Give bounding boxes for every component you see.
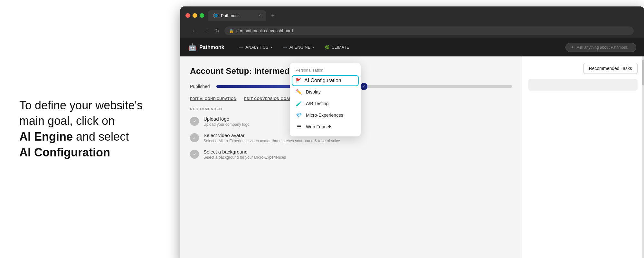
browser-chrome: 🌐 Pathmonk × + ← → ↻ 🔒 crm.pathmonk.com/… <box>180 6 644 38</box>
task-item-video-avatar: ✓ Select video avatar Select a Micro-Exp… <box>190 133 512 143</box>
task-info-upload-logo: Upload logo Upload your company logo <box>204 116 250 127</box>
forward-button[interactable]: → <box>202 27 210 35</box>
lock-icon: 🔒 <box>229 29 234 33</box>
instruction-bold2: AI Configuration <box>19 146 110 159</box>
tab-title: Pathmonk <box>221 13 240 18</box>
progress-bar-container: ✓ <box>216 85 512 88</box>
ask-star-icon: ✦ <box>571 45 574 50</box>
minimize-button[interactable] <box>193 13 197 18</box>
analytics-label: ANALYTICS <box>245 45 268 50</box>
main-content: Account Setup: Intermediate Published ✓ … <box>180 56 644 258</box>
instruction-bold1: AI Engine <box>19 130 73 143</box>
instruction-panel: To define your website's main goal, clic… <box>0 0 180 258</box>
task-item-background: ✓ Select a background Select a backgroun… <box>190 149 512 160</box>
climate-icon: 🌿 <box>324 45 329 50</box>
scroll-thumb <box>642 60 644 85</box>
recommended-label: RECOMMENDED <box>190 107 512 111</box>
browser-window: 🌐 Pathmonk × + ← → ↻ 🔒 crm.pathmonk.com/… <box>180 6 644 258</box>
address-row: ← → ↻ 🔒 crm.pathmonk.com/dashboard <box>185 24 639 38</box>
task-title-upload-logo: Upload logo <box>204 116 250 122</box>
ai-engine-chevron-icon: ▾ <box>312 45 314 49</box>
app-logo[interactable]: 🤖 Pathmonk <box>188 43 224 52</box>
ask-bar[interactable]: ✦ Ask anything about Pathmonk <box>565 43 636 52</box>
app-navbar: 🤖 Pathmonk 〰️ ANALYTICS ▾ 〰️ AI ENGINE ▾… <box>180 38 644 56</box>
new-tab-button[interactable]: + <box>269 11 277 20</box>
task-check-video-avatar: ✓ <box>190 133 199 142</box>
task-desc-upload-logo: Upload your company logo <box>204 122 250 127</box>
task-desc-video-avatar: Select a Micro-Experience video avatar t… <box>204 139 340 143</box>
task-item-upload-logo: ✓ Upload logo Upload your company logo <box>190 116 512 127</box>
tab-favicon: 🌐 <box>213 13 218 18</box>
traffic-lights <box>185 13 204 18</box>
task-check-upload-logo: ✓ <box>190 117 199 126</box>
edit-conversion-goals-link[interactable]: EDIT CONVERSION GOALS <box>244 97 294 101</box>
ai-engine-label: AI ENGINE <box>289 45 311 50</box>
browser-titlebar: 🌐 Pathmonk × + <box>185 10 639 21</box>
close-button[interactable] <box>185 13 190 18</box>
nav-links: 〰️ ANALYTICS ▾ 〰️ AI ENGINE ▾ 🌿 CLIMATE <box>234 43 555 52</box>
task-title-background: Select a background <box>204 149 286 154</box>
back-button[interactable]: ← <box>191 27 198 35</box>
analytics-nav-link[interactable]: 〰️ ANALYTICS ▾ <box>234 43 276 52</box>
progress-check-icon: ✓ <box>360 83 367 90</box>
climate-label: CLIMATE <box>331 45 349 50</box>
progress-bar-fill: ✓ <box>216 85 364 88</box>
task-title-video-avatar: Select video avatar <box>204 133 340 138</box>
refresh-button[interactable]: ↻ <box>214 26 221 35</box>
app-logo-text: Pathmonk <box>199 45 224 50</box>
action-links: EDIT AI CONFIGURATION EDIT CONVERSION GO… <box>190 97 512 101</box>
right-search-bar[interactable] <box>528 79 638 91</box>
address-bar[interactable]: 🔒 crm.pathmonk.com/dashboard <box>224 26 634 35</box>
recommended-tasks-button[interactable]: Recommended Tasks <box>583 63 638 74</box>
task-check-background: ✓ <box>190 150 199 159</box>
ai-engine-icon: 〰️ <box>282 45 288 50</box>
progress-label: Published <box>190 84 210 89</box>
instruction-line3: and select <box>73 130 129 143</box>
tab-bar: 🌐 Pathmonk × + <box>208 10 277 21</box>
ai-engine-nav-link[interactable]: 〰️ AI ENGINE ▾ <box>279 43 318 52</box>
progress-section: Published ✓ <box>190 84 512 89</box>
pathmonk-logo-icon: 🤖 <box>188 43 197 52</box>
content-panel: Account Setup: Intermediate Published ✓ … <box>180 56 522 258</box>
ask-placeholder: Ask anything about Pathmonk <box>577 45 628 50</box>
instruction-line1: To define your website's <box>19 99 143 112</box>
task-info-background: Select a background Select a background … <box>204 149 286 160</box>
edit-ai-config-link[interactable]: EDIT AI CONFIGURATION <box>190 97 236 101</box>
maximize-button[interactable] <box>200 13 204 18</box>
tab-close-icon[interactable]: × <box>259 13 261 18</box>
analytics-chevron-icon: ▾ <box>270 45 272 49</box>
right-panel: Recommended Tasks <box>522 56 644 258</box>
analytics-icon: 〰️ <box>238 45 243 50</box>
task-desc-background: Select a background for your Micro-Exper… <box>204 155 286 160</box>
instruction-line2: main goal, click on <box>19 114 115 127</box>
scroll-indicator[interactable] <box>642 56 644 258</box>
browser-tab-pathmonk[interactable]: 🌐 Pathmonk × <box>208 10 266 21</box>
instruction-text: To define your website's main goal, clic… <box>19 98 143 160</box>
climate-nav-link[interactable]: 🌿 CLIMATE <box>320 43 353 52</box>
account-setup-title: Account Setup: Intermediate <box>190 66 512 76</box>
task-info-video-avatar: Select video avatar Select a Micro-Exper… <box>204 133 340 143</box>
address-text: crm.pathmonk.com/dashboard <box>236 28 293 33</box>
